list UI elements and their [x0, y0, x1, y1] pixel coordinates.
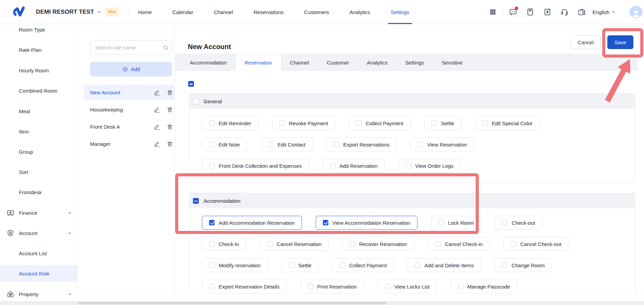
permission-checkbox[interactable]: [356, 120, 362, 126]
nav-item-analytics[interactable]: Analytics: [350, 0, 370, 24]
support-icon[interactable]: [560, 8, 569, 16]
sidebar-item-item[interactable]: Item: [0, 123, 78, 140]
permission-checkbox[interactable]: [268, 142, 274, 147]
permission-edit-special-color[interactable]: Edit Special Color: [475, 116, 540, 130]
nav-item-home[interactable]: Home: [138, 0, 152, 24]
tab-sensitive[interactable]: Sensitive: [433, 54, 472, 71]
select-all-checkbox[interactable]: [188, 81, 194, 87]
permission-add-and-delete-items[interactable]: Add and Delete Items: [408, 258, 481, 272]
sidebar-item-hourly-room[interactable]: Hourly Room: [0, 62, 78, 79]
permission-revoke-payment[interactable]: Revoke Payment: [272, 116, 335, 130]
permission-checkbox[interactable]: [289, 262, 294, 268]
edit-role-icon[interactable]: [154, 141, 160, 147]
permission-print-reservation[interactable]: Print Reservation: [301, 280, 364, 293]
permission-collect-payment[interactable]: Collect Payment: [332, 258, 394, 272]
edit-role-icon[interactable]: [154, 89, 160, 96]
role-row-housekeeping[interactable]: Housekeeping: [84, 102, 175, 117]
tab-accommodation[interactable]: Accommodation: [181, 54, 236, 71]
permission-checkbox[interactable]: [350, 241, 355, 247]
sidebar-item-sort[interactable]: Sort: [0, 164, 78, 180]
wallet-icon[interactable]: [578, 8, 586, 16]
permission-export-reservation-details[interactable]: Export Reservation Details: [202, 280, 287, 293]
sidebar-item-property[interactable]: Property: [0, 286, 78, 302]
permission-checkbox[interactable]: [209, 284, 215, 289]
horizontal-scrollbar[interactable]: [0, 301, 644, 305]
nav-item-calendar[interactable]: Calendar: [172, 0, 193, 24]
permission-checkbox[interactable]: [482, 120, 488, 126]
permission-view-accommodation-reservation[interactable]: View Accommodation Reservation: [316, 216, 417, 230]
edit-role-icon[interactable]: [154, 106, 160, 113]
permission-checkbox[interactable]: [406, 163, 411, 168]
role-row-front-desk-a[interactable]: Front Desk A: [84, 119, 175, 134]
permission-checkbox[interactable]: [438, 220, 444, 225]
billing-icon[interactable]: [543, 8, 551, 16]
add-role-button[interactable]: Add: [90, 62, 172, 77]
tab-reservation[interactable]: Reservation: [236, 54, 281, 71]
tab-channel[interactable]: Channel: [281, 54, 318, 71]
permission-checkbox[interactable]: [209, 120, 215, 126]
language-selector[interactable]: English: [593, 9, 616, 15]
sidebar-item-account-list[interactable]: Account List: [0, 245, 78, 261]
delete-role-icon[interactable]: [167, 124, 173, 130]
permission-checkbox[interactable]: [385, 284, 390, 289]
role-row-manager[interactable]: Manager: [84, 136, 175, 151]
delete-role-icon[interactable]: [167, 141, 173, 147]
bookmark-icon[interactable]: [526, 8, 534, 16]
save-button[interactable]: Save: [607, 35, 633, 49]
permission-checkbox[interactable]: [209, 142, 215, 147]
permission-view-locks-list[interactable]: View Locks List: [378, 280, 437, 293]
permission-checkbox[interactable]: [279, 120, 285, 126]
sidebar-item-account[interactable]: Account: [0, 225, 78, 241]
permission-cancel-reservation[interactable]: Cancel Reservation: [260, 237, 329, 251]
permission-checkbox[interactable]: [502, 220, 508, 225]
tab-settings[interactable]: Settings: [397, 54, 433, 71]
permission-checkbox[interactable]: [415, 262, 420, 268]
delete-role-icon[interactable]: [167, 89, 173, 96]
permission-checkbox[interactable]: [458, 284, 463, 289]
scrollbar-thumb[interactable]: [78, 302, 387, 304]
sidebar-item-account-role[interactable]: Account Role: [0, 265, 78, 282]
permission-add-reservation[interactable]: Add Reservation: [323, 159, 385, 173]
nav-item-customers[interactable]: Customers: [304, 0, 329, 24]
sidebar-item-frontdesk[interactable]: Frontdesk: [0, 184, 78, 200]
nav-item-reservations[interactable]: Reservations: [254, 0, 284, 24]
permission-edit-contact[interactable]: Edit Contact: [261, 138, 313, 151]
permission-checkbox[interactable]: [209, 262, 215, 268]
permission-front-desk-collection-and-expenses[interactable]: Front Desk Collection and Expenses: [202, 159, 309, 173]
role-row-new-account[interactable]: New Account: [84, 85, 175, 100]
delete-role-icon[interactable]: [167, 106, 173, 113]
permission-edit-note[interactable]: Edit Note: [202, 138, 247, 151]
permission-checkbox[interactable]: [511, 241, 516, 247]
permission-checkbox[interactable]: [330, 163, 336, 168]
permission-check-out[interactable]: Check-out: [495, 216, 542, 230]
property-switcher[interactable]: DEMI RESORT TEST: [36, 0, 101, 24]
permission-checkbox[interactable]: [267, 241, 272, 247]
sidebar-item-meal[interactable]: Meal: [0, 103, 78, 119]
permission-check-in[interactable]: Check-in: [202, 237, 246, 251]
permission-manage-passcode[interactable]: Manage Passcode: [451, 280, 517, 293]
sidebar-item-combined-room[interactable]: Combined Room: [0, 82, 78, 99]
nav-item-channel[interactable]: Channel: [214, 0, 233, 24]
permission-edit-reminder[interactable]: Edit Reminder: [202, 116, 258, 130]
permission-cancel-check-in[interactable]: Cancel Check-in: [428, 237, 490, 251]
permission-lock-room[interactable]: Lock Room: [431, 216, 481, 230]
sidebar-item-group[interactable]: Group: [0, 143, 78, 160]
permission-collect-payment[interactable]: Collect Payment: [349, 116, 410, 130]
tab-analytics[interactable]: Analytics: [358, 54, 397, 71]
nav-item-settings[interactable]: Settings: [391, 0, 409, 24]
section-checkbox[interactable]: [193, 98, 199, 104]
permission-add-accommodation-reservation[interactable]: Add Accommodation Reservation: [202, 216, 302, 230]
search-role-input[interactable]: [90, 40, 172, 55]
permission-checkbox[interactable]: [308, 284, 313, 289]
permission-settle[interactable]: Settle: [424, 116, 461, 130]
permission-checkbox[interactable]: [417, 142, 423, 147]
chat-icon[interactable]: [509, 8, 517, 16]
tab-customer[interactable]: Customer: [318, 54, 358, 71]
permission-checkbox[interactable]: [209, 163, 215, 168]
permission-modify-reservation[interactable]: Modify reservation: [202, 258, 268, 272]
permission-change-room[interactable]: Change Room: [495, 258, 552, 272]
user-avatar[interactable]: [630, 6, 642, 19]
permission-cancel-check-out[interactable]: Cancel Check-out: [503, 237, 568, 251]
permission-checkbox[interactable]: [435, 241, 441, 247]
edit-role-icon[interactable]: [154, 124, 160, 130]
